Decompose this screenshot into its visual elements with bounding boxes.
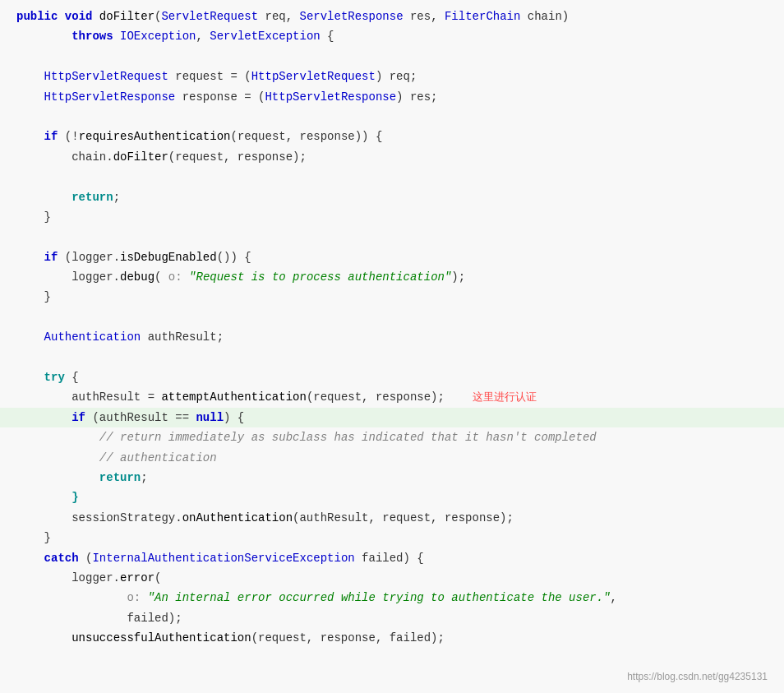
code-line-19: try { [0, 367, 784, 387]
code-line-3 [0, 47, 784, 67]
code-line-23-content: // authentication [0, 449, 784, 467]
code-line-21: if (authResult == null) { [0, 408, 784, 427]
code-line-32-content: unsuccessfulAuthentication(request, resp… [0, 629, 784, 647]
watermark: https://blog.csdn.net/gg4235131 [627, 669, 768, 685]
code-line-16-content [0, 308, 784, 326]
code-line-20: authResult = attemptAuthentication(reque… [0, 387, 784, 407]
code-line-17-content: Authentication authResult; [0, 328, 784, 346]
code-line-28-content: catch (InternalAuthenticationServiceExce… [0, 549, 784, 567]
code-line-29-content: logger.error( [0, 569, 784, 587]
code-line-31: failed); [0, 608, 784, 628]
code-line-22-content: // return immediately as subclass has in… [0, 428, 784, 446]
code-line-28: catch (InternalAuthenticationServiceExce… [0, 548, 784, 568]
code-line-25-content: } [0, 488, 784, 506]
code-line-31-content: failed); [0, 609, 784, 627]
code-line-26-content: sessionStrategy.onAuthentication(authRes… [0, 509, 784, 527]
code-line-1: public void doFilter(ServletRequest req,… [0, 7, 784, 26]
code-line-6-content [0, 108, 784, 126]
code-line-4-content: HttpServletRequest request = (HttpServle… [0, 67, 784, 85]
code-line-4: HttpServletRequest request = (HttpServle… [0, 67, 784, 86]
code-line-12 [0, 227, 784, 247]
code-line-14-content: logger.debug( o: "Request is to process … [0, 268, 784, 286]
code-line-24: return; [0, 468, 784, 487]
code-line-18-content [0, 349, 784, 367]
code-line-10: return; [0, 187, 784, 207]
code-line-30-content: o: "An internal error occurred while try… [0, 589, 784, 607]
code-line-16 [0, 307, 784, 327]
code-line-11: } [0, 207, 784, 227]
code-line-11-content: } [0, 208, 784, 226]
code-line-18 [0, 348, 784, 367]
code-line-8-content: chain.doFilter(request, response); [0, 148, 784, 166]
code-line-23: // authentication [0, 448, 784, 468]
code-line-15: } [0, 287, 784, 307]
code-line-19-content: try { [0, 368, 784, 386]
code-line-13-content: if (logger.isDebugEnabled()) { [0, 248, 784, 266]
code-line-12-content [0, 228, 784, 246]
code-line-2-content: throws IOException, ServletException { [0, 27, 784, 45]
code-line-13: if (logger.isDebugEnabled()) { [0, 247, 784, 267]
code-line-1-content: public void doFilter(ServletRequest req,… [0, 7, 784, 25]
code-line-6 [0, 107, 784, 127]
code-line-26: sessionStrategy.onAuthentication(authRes… [0, 508, 784, 528]
code-line-15-content: } [0, 288, 784, 306]
code-line-7-content: if (!requiresAuthentication(request, res… [0, 127, 784, 146]
code-line-27: } [0, 528, 784, 547]
code-line-5-content: HttpServletResponse response = (HttpServ… [0, 88, 784, 106]
code-line-5: HttpServletResponse response = (HttpServ… [0, 87, 784, 107]
code-line-20-content: authResult = attemptAuthentication(reque… [0, 388, 784, 406]
code-line-2: throws IOException, ServletException { [0, 26, 784, 46]
code-line-29: logger.error( [0, 568, 784, 588]
code-line-3-content [0, 48, 784, 66]
code-line-9 [0, 167, 784, 187]
code-line-32: unsuccessfulAuthentication(request, resp… [0, 628, 784, 648]
code-line-7: if (!requiresAuthentication(request, res… [0, 127, 784, 146]
code-line-27-content: } [0, 529, 784, 547]
code-container: public void doFilter(ServletRequest req,… [0, 0, 784, 693]
code-line-10-content: return; [0, 188, 784, 206]
code-line-14: logger.debug( o: "Request is to process … [0, 267, 784, 287]
code-line-30: o: "An internal error occurred while try… [0, 588, 784, 608]
code-line-25: } [0, 487, 784, 507]
code-line-8: chain.doFilter(request, response); [0, 147, 784, 167]
code-line-22: // return immediately as subclass has in… [0, 427, 784, 447]
code-line-17: Authentication authResult; [0, 327, 784, 347]
code-line-9-content [0, 168, 784, 186]
code-line-21-content: if (authResult == null) { [0, 409, 784, 427]
code-line-24-content: return; [0, 469, 784, 487]
